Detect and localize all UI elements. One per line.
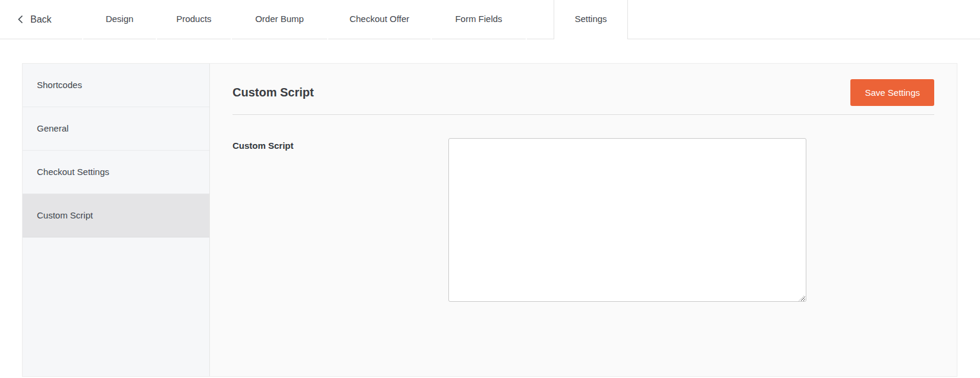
panel-divider (233, 114, 934, 115)
tab-order-bump[interactable]: Order Bump (232, 0, 327, 39)
chevron-left-icon (18, 15, 23, 24)
tab-bar-filler (628, 0, 980, 39)
tab-form-fields[interactable]: Form Fields (432, 0, 526, 39)
custom-script-field-label: Custom Script (233, 138, 448, 151)
sidebar-item-shortcodes[interactable]: Shortcodes (23, 64, 209, 107)
settings-sidebar: Shortcodes General Checkout Settings Cus… (23, 64, 210, 376)
settings-card: Shortcodes General Checkout Settings Cus… (22, 63, 957, 377)
sidebar-item-general[interactable]: General (23, 107, 209, 151)
panel-header: Custom Script Save Settings (233, 79, 934, 106)
tab-checkout-offer[interactable]: Checkout Offer (328, 0, 431, 39)
back-label: Back (30, 1, 52, 39)
page-title: Custom Script (233, 86, 314, 99)
custom-script-panel: Custom Script Save Settings Custom Scrip… (210, 64, 957, 376)
sidebar-item-custom-script[interactable]: Custom Script (23, 194, 209, 238)
sidebar-item-checkout-settings[interactable]: Checkout Settings (23, 151, 209, 194)
tab-bar-spacer (527, 0, 554, 39)
top-tab-bar: Back Design Products Order Bump Checkout… (0, 0, 980, 39)
save-settings-button[interactable]: Save Settings (850, 79, 934, 106)
custom-script-textarea[interactable] (448, 138, 806, 302)
tab-settings[interactable]: Settings (554, 0, 628, 39)
tab-products[interactable]: Products (157, 0, 231, 39)
tab-design[interactable]: Design (83, 0, 156, 39)
custom-script-textarea-wrap (448, 138, 806, 302)
back-button[interactable]: Back (0, 0, 82, 39)
custom-script-field-row: Custom Script (233, 138, 934, 302)
